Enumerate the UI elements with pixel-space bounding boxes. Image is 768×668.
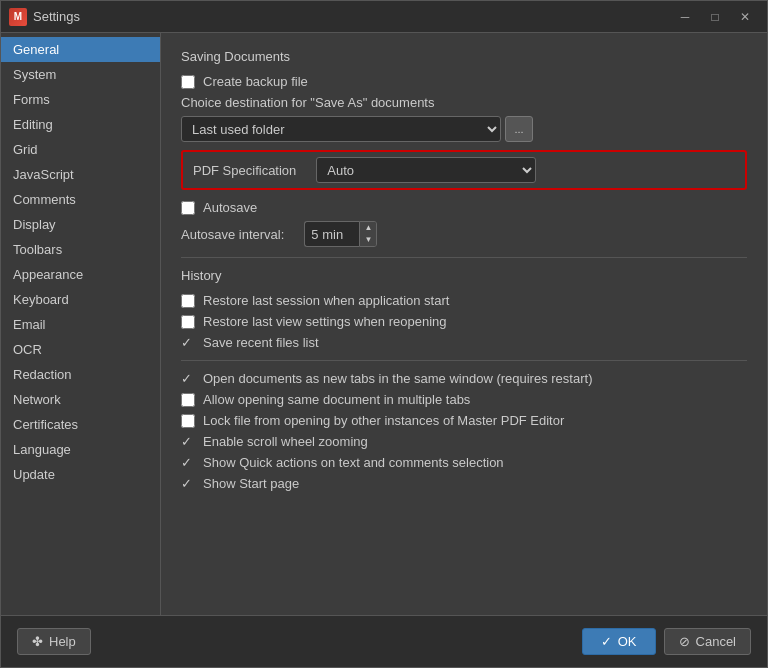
save-recent-label: Save recent files list [203, 335, 319, 350]
sidebar-item-language[interactable]: Language [1, 437, 160, 462]
restore-view-row: Restore last view settings when reopenin… [181, 314, 747, 329]
history-section-title: History [181, 268, 747, 283]
restore-view-label: Restore last view settings when reopenin… [203, 314, 447, 329]
open-new-tabs-label: Open documents as new tabs in the same w… [203, 371, 592, 386]
browse-button[interactable]: ... [505, 116, 533, 142]
cancel-button[interactable]: ⊘ Cancel [664, 628, 751, 655]
spinner-down-button[interactable]: ▼ [360, 234, 376, 246]
sidebar-item-display[interactable]: Display [1, 212, 160, 237]
folder-dropdown[interactable]: Last used folder Documents folder Same f… [181, 116, 501, 142]
footer-actions: ✓ OK ⊘ Cancel [582, 628, 751, 655]
titlebar-left: M Settings [9, 8, 80, 26]
cancel-label: Cancel [696, 634, 736, 649]
allow-multiple-tabs-row: Allow opening same document in multiple … [181, 392, 747, 407]
settings-window: M Settings ─ □ ✕ General System Forms Ed… [0, 0, 768, 668]
sidebar-item-redaction[interactable]: Redaction [1, 362, 160, 387]
ok-label: OK [618, 634, 637, 649]
sidebar-item-keyboard[interactable]: Keyboard [1, 287, 160, 312]
show-start-page-checkmark: ✓ [181, 476, 197, 491]
sidebar-item-update[interactable]: Update [1, 462, 160, 487]
sidebar-item-email[interactable]: Email [1, 312, 160, 337]
pdf-spec-row: PDF Specification Auto PDF 1.4 PDF 1.5 P… [181, 150, 747, 190]
ok-checkmark-icon: ✓ [601, 634, 612, 649]
autosave-spinner: ▲ ▼ [304, 221, 377, 247]
allow-multiple-tabs-label: Allow opening same document in multiple … [203, 392, 470, 407]
autosave-checkbox[interactable] [181, 201, 195, 215]
restore-session-label: Restore last session when application st… [203, 293, 449, 308]
quick-actions-row: ✓ Show Quick actions on text and comment… [181, 455, 747, 470]
quick-actions-label: Show Quick actions on text and comments … [203, 455, 504, 470]
show-start-page-row: ✓ Show Start page [181, 476, 747, 491]
autosave-row: Autosave [181, 200, 747, 215]
restore-session-checkbox[interactable] [181, 294, 195, 308]
pdf-spec-dropdown[interactable]: Auto PDF 1.4 PDF 1.5 PDF 1.6 PDF 1.7 PDF… [316, 157, 536, 183]
divider-1 [181, 257, 747, 258]
folder-row: Last used folder Documents folder Same f… [181, 116, 747, 142]
sidebar-item-system[interactable]: System [1, 62, 160, 87]
sidebar-item-forms[interactable]: Forms [1, 87, 160, 112]
app-icon: M [9, 8, 27, 26]
titlebar-controls: ─ □ ✕ [671, 5, 759, 29]
sidebar-item-network[interactable]: Network [1, 387, 160, 412]
scroll-zoom-row: ✓ Enable scroll wheel zooming [181, 434, 747, 449]
pdf-spec-label: PDF Specification [193, 163, 296, 178]
restore-view-checkbox[interactable] [181, 315, 195, 329]
footer: ✤ Help ✓ OK ⊘ Cancel [1, 615, 767, 667]
sidebar-item-grid[interactable]: Grid [1, 137, 160, 162]
autosave-interval-row: Autosave interval: ▲ ▼ [181, 221, 747, 247]
restore-session-row: Restore last session when application st… [181, 293, 747, 308]
sidebar-item-appearance[interactable]: Appearance [1, 262, 160, 287]
help-button[interactable]: ✤ Help [17, 628, 91, 655]
minimize-button[interactable]: ─ [671, 5, 699, 29]
open-new-tabs-checkmark: ✓ [181, 371, 197, 386]
choice-destination-label: Choice destination for "Save As" documen… [181, 95, 747, 110]
titlebar-title: Settings [33, 9, 80, 24]
titlebar: M Settings ─ □ ✕ [1, 1, 767, 33]
close-button[interactable]: ✕ [731, 5, 759, 29]
open-new-tabs-row: ✓ Open documents as new tabs in the same… [181, 371, 747, 386]
lock-file-label: Lock file from opening by other instance… [203, 413, 564, 428]
allow-multiple-tabs-checkbox[interactable] [181, 393, 195, 407]
spinner-arrows: ▲ ▼ [359, 221, 377, 247]
divider-2 [181, 360, 747, 361]
sidebar-item-comments[interactable]: Comments [1, 187, 160, 212]
main-panel: Saving Documents Create backup file Choi… [161, 33, 767, 615]
show-start-page-label: Show Start page [203, 476, 299, 491]
help-icon: ✤ [32, 634, 43, 649]
autosave-interval-label: Autosave interval: [181, 227, 284, 242]
create-backup-label: Create backup file [203, 74, 308, 89]
sidebar: General System Forms Editing Grid JavaSc… [1, 33, 161, 615]
sidebar-item-ocr[interactable]: OCR [1, 337, 160, 362]
content-area: General System Forms Editing Grid JavaSc… [1, 33, 767, 615]
maximize-button[interactable]: □ [701, 5, 729, 29]
create-backup-checkbox[interactable] [181, 75, 195, 89]
help-label: Help [49, 634, 76, 649]
lock-file-checkbox[interactable] [181, 414, 195, 428]
scroll-zoom-label: Enable scroll wheel zooming [203, 434, 368, 449]
save-recent-checkmark: ✓ [181, 335, 197, 350]
sidebar-item-editing[interactable]: Editing [1, 112, 160, 137]
sidebar-item-certificates[interactable]: Certificates [1, 412, 160, 437]
create-backup-row: Create backup file [181, 74, 747, 89]
quick-actions-checkmark: ✓ [181, 455, 197, 470]
scroll-zoom-checkmark: ✓ [181, 434, 197, 449]
autosave-interval-input[interactable] [304, 221, 359, 247]
save-recent-row: ✓ Save recent files list [181, 335, 747, 350]
saving-section-title: Saving Documents [181, 49, 747, 64]
sidebar-item-toolbars[interactable]: Toolbars [1, 237, 160, 262]
autosave-label: Autosave [203, 200, 257, 215]
sidebar-item-javascript[interactable]: JavaScript [1, 162, 160, 187]
cancel-icon: ⊘ [679, 634, 690, 649]
spinner-up-button[interactable]: ▲ [360, 222, 376, 234]
lock-file-row: Lock file from opening by other instance… [181, 413, 747, 428]
ok-button[interactable]: ✓ OK [582, 628, 656, 655]
sidebar-item-general[interactable]: General [1, 37, 160, 62]
